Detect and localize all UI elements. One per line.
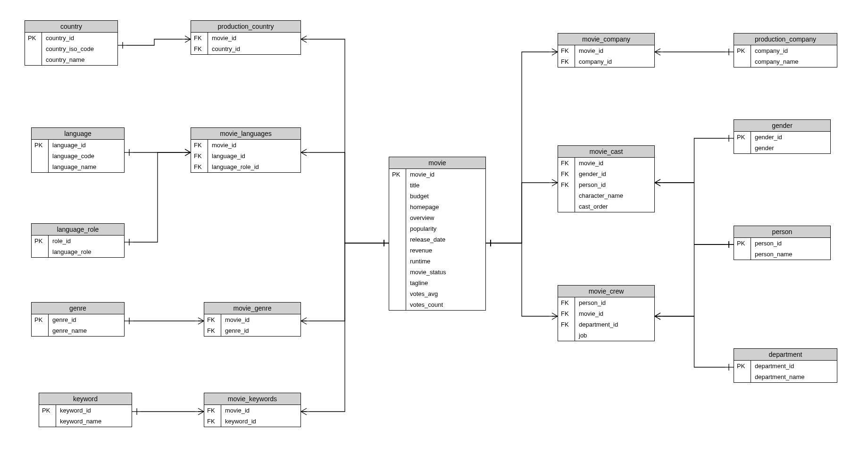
- relationship-line: [198, 412, 204, 415]
- entity-gender: genderPKgender_idgender: [734, 119, 831, 154]
- entity-header: production_country: [191, 21, 300, 33]
- er-diagram-canvas: countryPKcountry_idcountry_iso_codecount…: [0, 0, 868, 455]
- entity-header: movie_crew: [558, 286, 654, 297]
- entity-field-row: FKperson_id: [558, 297, 654, 308]
- field-name: release_date: [406, 234, 485, 245]
- entity-field-row: country_name: [25, 54, 117, 65]
- field-name: gender_id: [575, 169, 654, 179]
- field-name: person_id: [575, 179, 654, 190]
- field-key: FK: [191, 43, 208, 54]
- entity-field-row: homepage: [389, 202, 485, 212]
- field-name: department_name: [751, 371, 837, 382]
- entity-field-row: FKcompany_id: [558, 56, 654, 67]
- entity-field-row: PKcompany_id: [734, 45, 837, 56]
- field-name: movie_id: [221, 314, 300, 325]
- entity-field-row: revenue: [389, 245, 485, 256]
- field-key: [389, 212, 406, 223]
- field-key: [734, 143, 751, 153]
- field-key: FK: [191, 33, 208, 43]
- entity-genre: genrePKgenre_idgenre_name: [31, 302, 125, 337]
- entity-field-row: votes_count: [389, 299, 485, 310]
- entity-field-row: job: [558, 330, 654, 341]
- field-key: FK: [191, 161, 208, 172]
- entity-language_role: language_rolePKrole_idlanguage_role: [31, 223, 125, 258]
- entity-header: movie_cast: [558, 146, 654, 158]
- relationship-line: [301, 39, 307, 42]
- field-key: FK: [558, 45, 575, 56]
- relationship-line: [301, 152, 307, 156]
- field-key: FK: [558, 319, 575, 330]
- entity-header: country: [25, 21, 117, 33]
- field-name: language_code: [49, 151, 124, 161]
- field-name: job: [575, 330, 654, 341]
- field-name: language_role_id: [208, 161, 300, 172]
- relationship-line: [198, 321, 204, 324]
- relationship-line: [301, 321, 307, 324]
- field-name: character_name: [575, 190, 654, 201]
- entity-field-row: country_iso_code: [25, 43, 117, 54]
- entity-header: movie_company: [558, 34, 654, 45]
- relationship-line: [655, 49, 660, 52]
- field-name: company_name: [751, 56, 837, 67]
- entity-movie_crew: movie_crewFKperson_idFKmovie_idFKdepartm…: [558, 285, 655, 341]
- field-name: genre_id: [49, 314, 124, 325]
- entity-production_country: production_countryFKmovie_idFKcountry_id: [191, 20, 301, 55]
- entity-field-row: company_name: [734, 56, 837, 67]
- field-key: PK: [734, 132, 751, 143]
- entity-field-row: FKmovie_id: [204, 405, 300, 416]
- field-name: budget: [406, 191, 485, 202]
- entity-field-row: FKkeyword_id: [204, 416, 300, 427]
- field-name: movie_id: [208, 140, 300, 151]
- relationship-line: [301, 408, 307, 412]
- field-key: [389, 223, 406, 234]
- field-key: FK: [191, 140, 208, 151]
- field-key: [389, 191, 406, 202]
- field-key: PK: [32, 236, 49, 246]
- field-name: country_name: [42, 54, 117, 65]
- entity-keyword: keywordPKkeyword_idkeyword_name: [39, 393, 132, 427]
- entity-field-row: language_name: [32, 161, 124, 172]
- relationship-line: [301, 36, 307, 39]
- entity-field-row: release_date: [389, 234, 485, 245]
- field-name: votes_avg: [406, 288, 485, 299]
- entity-field-row: PKgender_id: [734, 132, 830, 143]
- field-name: movie_id: [221, 405, 300, 416]
- entity-field-row: cast_order: [558, 201, 654, 212]
- relationship-line: [185, 149, 191, 152]
- relationship-line: [198, 408, 204, 412]
- entity-header: production_company: [734, 34, 837, 45]
- entity-field-row: department_name: [734, 371, 837, 382]
- field-key: [389, 245, 406, 256]
- field-key: [389, 256, 406, 267]
- relationship-line: [309, 243, 380, 321]
- field-key: [39, 416, 56, 427]
- entity-header: genre: [32, 303, 124, 314]
- entity-field-row: movie_status: [389, 267, 485, 278]
- relationship-line: [663, 244, 725, 316]
- field-key: [32, 161, 49, 172]
- field-name: runtime: [406, 256, 485, 267]
- field-name: language_name: [49, 161, 124, 172]
- field-name: gender_id: [751, 132, 830, 143]
- field-key: [558, 201, 575, 212]
- entity-header: language_role: [32, 224, 124, 236]
- relationship-line: [552, 313, 558, 316]
- relationship-line: [309, 39, 380, 243]
- field-key: PK: [39, 405, 56, 416]
- field-name: person_id: [751, 238, 830, 249]
- field-name: company_id: [575, 56, 654, 67]
- entity-field-row: overview: [389, 212, 485, 223]
- entity-field-row: FKlanguage_id: [191, 151, 300, 161]
- relationship-line: [552, 49, 558, 52]
- entity-field-row: budget: [389, 191, 485, 202]
- field-key: [389, 180, 406, 191]
- entity-production_company: production_companyPKcompany_idcompany_na…: [734, 33, 837, 67]
- relationship-line: [494, 183, 549, 243]
- relationship-line: [655, 316, 660, 320]
- relationship-line: [552, 179, 558, 183]
- entity-field-row: PKdepartment_id: [734, 361, 837, 371]
- field-key: [389, 299, 406, 310]
- field-name: language_id: [49, 140, 124, 151]
- field-key: PK: [32, 314, 49, 325]
- field-name: movie_status: [406, 267, 485, 278]
